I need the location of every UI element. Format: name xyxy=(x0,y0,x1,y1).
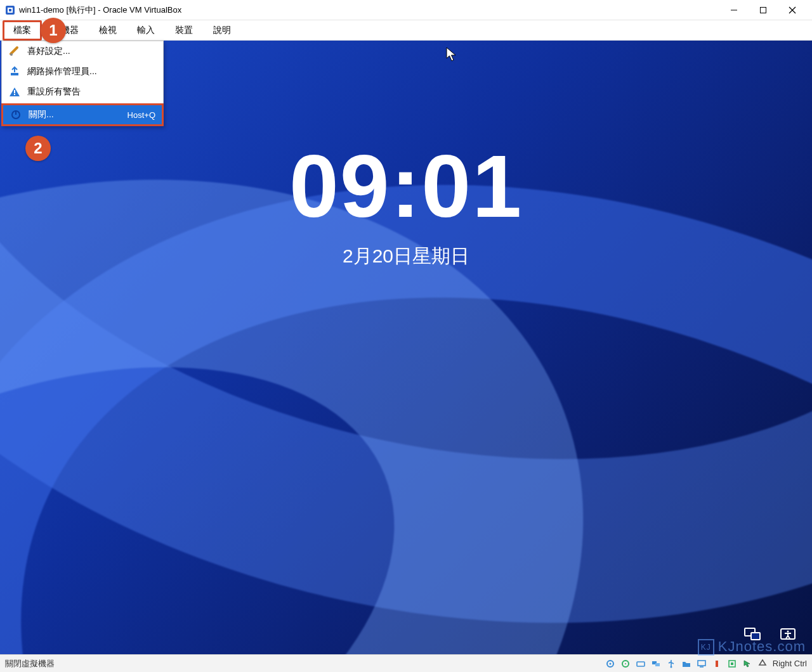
svg-rect-8 xyxy=(751,633,760,640)
menu-item-close[interactable]: 關閉... Host+Q xyxy=(1,103,164,126)
menu-item-label: 網路操作管理員... xyxy=(27,66,157,77)
window-title: win11-demo [執行中] - Oracle VM VirtualBox xyxy=(19,4,719,16)
menu-item-shortcut: Host+Q xyxy=(128,110,155,120)
svg-rect-4 xyxy=(761,7,766,13)
hard-disk-icon[interactable] xyxy=(604,658,617,669)
power-icon xyxy=(10,108,22,121)
lockscreen-time: 09:01 xyxy=(0,142,812,231)
menu-view[interactable]: 檢視 xyxy=(89,21,127,40)
optical-disk-icon[interactable] xyxy=(619,658,632,669)
menu-file[interactable]: 檔案 xyxy=(3,20,42,41)
lockscreen-date: 2月20日星期日 xyxy=(0,243,812,269)
statusbar: 關閉虛擬機器 Right Ctrl xyxy=(0,654,812,672)
mouse-cursor-icon xyxy=(446,47,457,65)
menu-help[interactable]: 說明 xyxy=(203,21,241,40)
audio-icon[interactable] xyxy=(634,658,647,669)
menu-input[interactable]: 輸入 xyxy=(127,21,165,40)
menu-item-label: 關閉... xyxy=(29,109,121,120)
warning-icon xyxy=(8,86,21,98)
svg-point-10 xyxy=(787,631,789,633)
display-icon[interactable] xyxy=(695,658,708,669)
file-menu-dropdown: 喜好設定... 網路操作管理員... 重設所有警告 關閉... Host+Q xyxy=(1,41,164,126)
usb-icon[interactable] xyxy=(665,658,678,669)
window-titlebar: win11-demo [執行中] - Oracle VM VirtualBox xyxy=(0,0,812,20)
hostkey-label: Right Ctrl xyxy=(773,659,807,668)
network-adapter-icon[interactable] xyxy=(650,658,662,669)
annotation-badge-1: 1 xyxy=(41,18,66,43)
svg-rect-29 xyxy=(731,662,733,665)
settings-icon xyxy=(8,45,21,58)
statusbar-tray xyxy=(604,658,754,669)
svg-point-20 xyxy=(625,663,626,664)
virtualbox-app-icon xyxy=(5,5,15,15)
accessibility-icon[interactable] xyxy=(779,626,797,642)
network-icon[interactable] xyxy=(743,626,761,642)
menu-item-reset-warnings[interactable]: 重設所有警告 xyxy=(2,82,163,102)
window-maximize-button[interactable] xyxy=(749,0,778,20)
svg-rect-23 xyxy=(655,663,660,666)
svg-rect-13 xyxy=(14,90,15,93)
svg-point-24 xyxy=(670,666,672,668)
window-minimize-button[interactable] xyxy=(719,0,749,20)
cpu-icon[interactable] xyxy=(726,658,738,669)
svg-point-18 xyxy=(609,662,611,664)
window-close-button[interactable] xyxy=(778,0,807,20)
svg-rect-2 xyxy=(9,9,11,11)
lockscreen-bottom-icons xyxy=(743,626,797,642)
mouse-integration-icon[interactable] xyxy=(741,658,754,669)
menu-devices[interactable]: 裝置 xyxy=(165,21,203,40)
svg-rect-21 xyxy=(637,662,645,666)
lockscreen-clock: 09:01 2月20日星期日 xyxy=(0,142,812,269)
svg-rect-14 xyxy=(14,94,15,95)
menubar: 檔案 機器 檢視 輸入 裝置 說明 xyxy=(0,20,812,41)
svg-rect-12 xyxy=(11,73,18,75)
statusbar-message: 關閉虛擬機器 xyxy=(5,658,604,669)
network-manager-icon xyxy=(8,65,21,78)
recording-icon[interactable] xyxy=(710,658,723,669)
svg-point-11 xyxy=(10,53,13,56)
shared-folder-icon[interactable] xyxy=(680,658,693,669)
menu-item-label: 喜好設定... xyxy=(27,46,157,57)
hostkey-indicator-icon xyxy=(757,658,768,669)
menu-item-preferences[interactable]: 喜好設定... xyxy=(2,41,163,61)
svg-rect-25 xyxy=(698,661,705,666)
guest-display[interactable]: 09:01 2月20日星期日 xyxy=(0,41,812,654)
menu-item-label: 重設所有警告 xyxy=(27,86,157,98)
menu-item-network-manager[interactable]: 網路操作管理員... xyxy=(2,61,163,82)
guest-wallpaper xyxy=(0,41,812,654)
annotation-badge-2: 2 xyxy=(25,136,51,161)
svg-rect-27 xyxy=(716,661,718,667)
